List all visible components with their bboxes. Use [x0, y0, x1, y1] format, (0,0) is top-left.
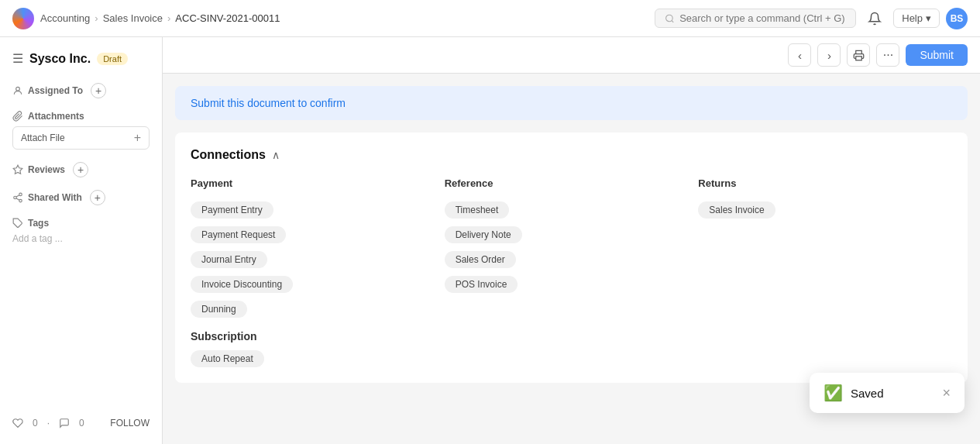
reference-title: Reference [445, 177, 699, 189]
shared-with-label: Shared With [28, 192, 82, 203]
reviews-header: Reviews + [12, 162, 150, 177]
assigned-to-section: Assigned To + [12, 83, 150, 98]
breadcrumb-accounting[interactable]: Accounting [40, 12, 90, 24]
svg-point-2 [16, 87, 20, 91]
user-icon [12, 85, 23, 96]
comment-icon[interactable] [59, 418, 70, 429]
subscription-title: Subscription [191, 330, 952, 342]
nav-prev-button[interactable]: ‹ [788, 43, 811, 67]
delivery-note-tag[interactable]: Delivery Note [445, 226, 522, 243]
topnav: Accounting › Sales Invoice › ACC-SINV-20… [0, 0, 980, 37]
toast-notification: ✅ Saved × [810, 373, 965, 413]
sidebar-bottom: 0 · 0 FOLLOW [12, 411, 150, 435]
attachments-header: Attachments [12, 111, 150, 122]
assigned-to-label: Assigned To [28, 85, 83, 96]
connections-header: Connections ∧ [191, 148, 952, 162]
help-menu[interactable]: Help ▾ [893, 9, 940, 28]
logo-icon[interactable] [12, 8, 34, 29]
reference-column: Reference Timesheet Delivery Note Sales … [445, 177, 699, 318]
sidebar: ☰ Sysco Inc. Draft Assigned To + Attachm… [0, 37, 163, 444]
follow-button[interactable]: FOLLOW [110, 418, 150, 429]
connections-grid: Payment Payment Entry Payment Request Jo… [191, 177, 952, 318]
add-tag-placeholder[interactable]: Add a tag ... [12, 233, 150, 244]
reviews-add-button[interactable]: + [73, 162, 88, 177]
svg-point-6 [19, 199, 22, 202]
payment-column: Payment Payment Entry Payment Request Jo… [191, 177, 445, 318]
tags-label: Tags [28, 218, 49, 229]
attach-file-label: Attach File [21, 133, 65, 143]
attachments-section: Attachments Attach File + [12, 111, 150, 150]
doc-title: Sysco Inc. [29, 52, 91, 66]
connections-chevron-icon[interactable]: ∧ [272, 149, 280, 161]
print-icon [853, 50, 865, 61]
breadcrumb-doc-id: ACC-SINV-2021-00011 [175, 12, 280, 24]
svg-rect-10 [856, 56, 862, 60]
svg-point-0 [666, 15, 673, 22]
breadcrumb-sep-1: › [95, 12, 98, 24]
returns-column: Returns Sales Invoice [698, 177, 952, 318]
svg-line-7 [16, 198, 19, 200]
star-icon [12, 164, 23, 175]
svg-point-4 [19, 193, 22, 196]
connections-title: Connections [191, 148, 266, 162]
toast-message: Saved [851, 387, 934, 400]
reviews-section: Reviews + [12, 162, 150, 177]
comments-count: 0 [79, 418, 84, 429]
attach-file-button[interactable]: Attach File + [12, 126, 150, 150]
notice-bar: Submit this document to confirm [175, 86, 968, 120]
auto-repeat-tag[interactable]: Auto Repeat [191, 350, 264, 367]
invoice-discounting-tag[interactable]: Invoice Discounting [191, 276, 293, 293]
like-icon[interactable] [12, 418, 23, 429]
breadcrumb-sep-2: › [167, 12, 170, 24]
journal-entry-tag[interactable]: Journal Entry [191, 251, 267, 268]
svg-line-1 [672, 20, 673, 22]
sales-order-tag[interactable]: Sales Order [445, 251, 516, 268]
toast-success-icon: ✅ [824, 384, 843, 402]
document-toolbar: ‹ › ··· Submit [163, 37, 980, 74]
sales-invoice-return-tag[interactable]: Sales Invoice [698, 201, 775, 219]
tag-icon [12, 218, 23, 229]
breadcrumb: Accounting › Sales Invoice › ACC-SINV-20… [40, 12, 280, 24]
returns-title: Returns [698, 177, 952, 189]
payment-entry-tag[interactable]: Payment Entry [191, 201, 273, 219]
notification-bell[interactable] [862, 6, 887, 31]
timesheet-tag[interactable]: Timesheet [445, 201, 510, 219]
shared-with-add-button[interactable]: + [90, 190, 105, 205]
search-bar[interactable] [655, 9, 856, 28]
sidebar-header: ☰ Sysco Inc. Draft [12, 46, 150, 71]
subscription-section: Subscription Auto Repeat [191, 330, 952, 367]
reviews-label: Reviews [28, 164, 65, 175]
search-icon [665, 13, 675, 24]
connections-card: Connections ∧ Payment Payment Entry Paym… [175, 133, 968, 383]
hamburger-icon[interactable]: ☰ [12, 51, 23, 66]
user-avatar[interactable]: BS [946, 8, 968, 29]
toast-close-button[interactable]: × [942, 385, 951, 401]
help-chevron-icon: ▾ [926, 12, 931, 24]
tags-header: Tags [12, 218, 150, 229]
more-options-button[interactable]: ··· [876, 43, 899, 67]
attachments-label: Attachments [28, 111, 84, 122]
likes-count: 0 [33, 418, 38, 429]
attach-plus-icon: + [134, 131, 141, 145]
submit-button[interactable]: Submit [906, 44, 968, 66]
tags-section: Tags Add a tag ... [12, 218, 150, 244]
bell-icon [868, 12, 882, 26]
search-input[interactable] [679, 12, 846, 24]
svg-point-5 [14, 196, 17, 199]
svg-line-8 [16, 195, 19, 197]
notice-text: Submit this document to confirm [191, 97, 346, 109]
payment-request-tag[interactable]: Payment Request [191, 226, 286, 243]
shared-with-section: Shared With + [12, 190, 150, 205]
help-label: Help [902, 12, 923, 24]
paperclip-icon [12, 111, 23, 122]
shared-with-header: Shared With + [12, 190, 150, 205]
breadcrumb-sales-invoice[interactable]: Sales Invoice [103, 12, 163, 24]
dunning-tag[interactable]: Dunning [191, 301, 247, 318]
assigned-to-header: Assigned To + [12, 83, 150, 98]
dot-separator: · [47, 418, 50, 429]
assigned-to-add-button[interactable]: + [91, 83, 106, 98]
pos-invoice-tag[interactable]: POS Invoice [445, 276, 518, 293]
print-button[interactable] [847, 43, 870, 67]
svg-marker-3 [13, 165, 22, 174]
nav-next-button[interactable]: › [817, 43, 841, 67]
